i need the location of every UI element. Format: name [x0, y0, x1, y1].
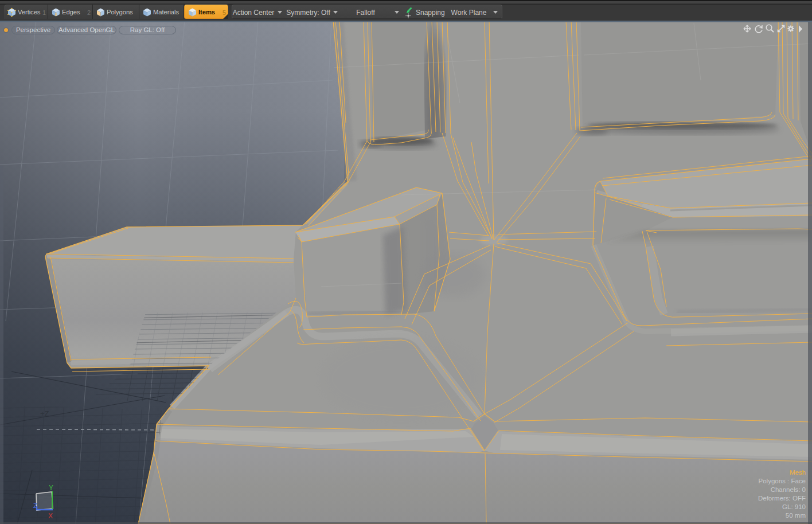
svg-text:+Z: +Z — [40, 409, 49, 418]
svg-text:X: X — [48, 512, 53, 520]
svg-text:Y: Y — [49, 484, 53, 492]
svg-text:Z: Z — [33, 502, 37, 509]
